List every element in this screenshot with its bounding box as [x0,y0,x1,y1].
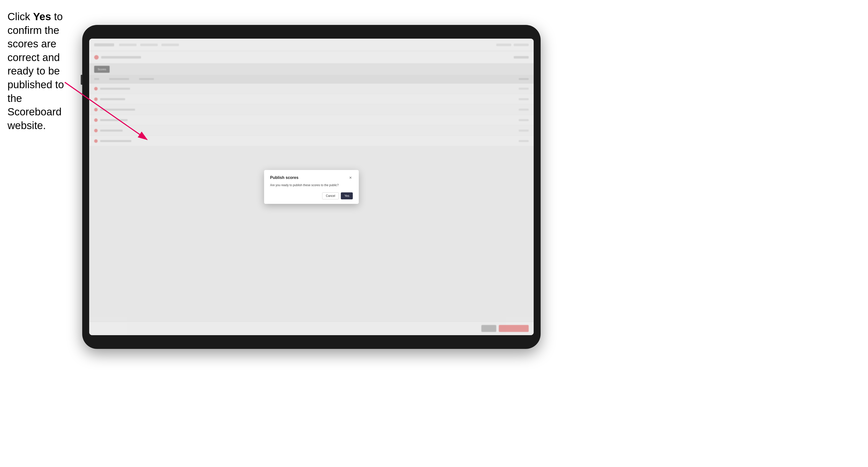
tablet-screen: Scores [89,39,534,335]
cancel-button[interactable]: Cancel [322,192,339,199]
modal-actions: Cancel Yes [270,192,353,199]
modal-close-button[interactable]: ✕ [348,176,353,180]
publish-scores-dialog: Publish scores ✕ Are you ready to publis… [264,170,359,204]
tablet-device: Scores [82,25,540,349]
instruction-text: Click Yes to confirm the scores are corr… [7,10,77,132]
modal-body-text: Are you ready to publish these scores to… [270,183,353,187]
modal-overlay: Publish scores ✕ Are you ready to publis… [89,39,534,335]
modal-title-row: Publish scores ✕ [270,176,353,180]
tablet-side-button [81,75,82,85]
yes-button[interactable]: Yes [341,192,353,199]
modal-title: Publish scores [270,176,299,180]
